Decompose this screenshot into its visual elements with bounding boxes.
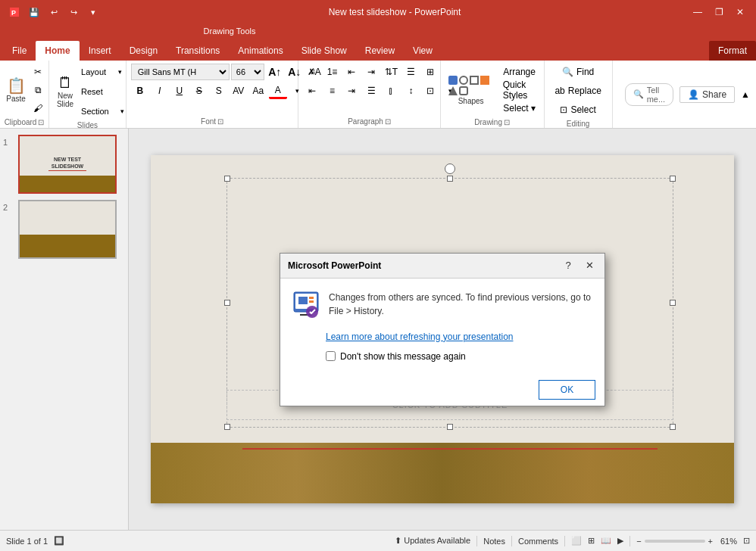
shadow-button[interactable]: S bbox=[210, 82, 228, 99]
bullets-button[interactable]: ≡ bbox=[303, 64, 321, 80]
slide-thumb-2[interactable]: 2 bbox=[3, 200, 125, 259]
select-button[interactable]: Select ▾ bbox=[500, 100, 539, 117]
align-right-button[interactable]: ⇥ bbox=[342, 82, 361, 99]
font-size-select[interactable]: 66 bbox=[231, 64, 264, 80]
drawing-tools-bar: Drawing Tools bbox=[0, 24, 756, 38]
indent-decrease-button[interactable]: ⇤ bbox=[342, 64, 361, 80]
updates-icon: ⬆ bbox=[395, 536, 401, 545]
zoom-out-button[interactable]: − bbox=[636, 537, 641, 546]
redo-button[interactable]: ↪ bbox=[65, 4, 82, 20]
tab-view[interactable]: View bbox=[404, 41, 442, 61]
clipboard-expand-icon[interactable]: ⊡ bbox=[38, 118, 44, 126]
italic-button[interactable]: I bbox=[151, 82, 169, 99]
dialog-checkbox-label[interactable]: Don't show this message again bbox=[340, 351, 466, 362]
font-family-select[interactable]: Gill Sans MT (H bbox=[131, 64, 230, 80]
smartart-button[interactable]: ⊞ bbox=[421, 64, 439, 80]
dialog-close-button[interactable]: ✕ bbox=[582, 258, 597, 273]
view-slideshow-icon[interactable]: ▶ bbox=[617, 536, 623, 546]
tab-animations[interactable]: Animations bbox=[229, 41, 292, 61]
textcase-button[interactable]: Aa bbox=[249, 82, 267, 99]
replace-icon: ab bbox=[555, 86, 564, 96]
cut-button[interactable]: ✂ bbox=[29, 64, 47, 80]
convert-button[interactable]: ☰ bbox=[401, 64, 420, 80]
select-editing-button[interactable]: ⊡ Select bbox=[557, 101, 598, 118]
find-button[interactable]: 🔍 Find bbox=[559, 64, 597, 80]
bold-button[interactable]: B bbox=[131, 82, 149, 99]
dialog-help-button[interactable]: ? bbox=[561, 258, 576, 273]
replace-button[interactable]: ab Replace bbox=[551, 82, 604, 99]
tab-format[interactable]: Format bbox=[709, 41, 756, 61]
arrange-button[interactable]: Arrange bbox=[500, 64, 539, 80]
minimize-button[interactable]: — bbox=[688, 5, 708, 20]
para-row2: ⇤ ≡ ⇥ ☰ ⫿ ↕ ⊡ ▾ bbox=[303, 82, 459, 99]
text-direction-button[interactable]: ⇅T bbox=[382, 64, 400, 80]
indent-increase-button[interactable]: ⇥ bbox=[362, 64, 380, 80]
customize-button[interactable]: ▾ bbox=[85, 4, 102, 20]
share-button[interactable]: 👤 Share bbox=[679, 86, 735, 103]
layout-button[interactable]: Layout bbox=[78, 64, 109, 80]
dialog-sync-icon bbox=[292, 291, 320, 324]
strikethrough-button[interactable]: S bbox=[190, 82, 208, 99]
notes-button[interactable]: Notes bbox=[483, 537, 505, 546]
tab-slideshow[interactable]: Slide Show bbox=[292, 41, 356, 61]
reset-button[interactable]: Reset bbox=[78, 83, 106, 100]
section-button[interactable]: Section bbox=[78, 103, 112, 120]
fit-window-button[interactable]: ⊡ bbox=[743, 536, 750, 546]
window-controls: — ❐ ✕ bbox=[688, 5, 750, 20]
linespace-button[interactable]: ↕ bbox=[401, 82, 420, 99]
dialog-checkbox[interactable] bbox=[326, 351, 336, 361]
restore-button[interactable]: ❐ bbox=[709, 5, 729, 20]
dialog-learn-more-link[interactable]: Learn more about refreshing your present… bbox=[326, 332, 592, 342]
dialog-title: Microsoft PowerPoint bbox=[288, 260, 381, 271]
tab-transitions[interactable]: Transitions bbox=[167, 41, 229, 61]
paragraph-expand-icon[interactable]: ⊡ bbox=[385, 117, 391, 126]
paste-button[interactable]: 📋 Paste bbox=[5, 76, 27, 105]
align-left-button[interactable]: ⇤ bbox=[303, 82, 321, 99]
align-center-button[interactable]: ≡ bbox=[323, 82, 341, 99]
zoom-level[interactable]: 61% bbox=[716, 537, 737, 546]
undo-button[interactable]: ↩ bbox=[45, 4, 62, 20]
slide-thumb-1[interactable]: 1 NEW TESTSLIDESHOW bbox=[3, 135, 125, 194]
comments-button[interactable]: Comments bbox=[518, 537, 558, 546]
tab-design[interactable]: Design bbox=[120, 41, 167, 61]
view-reading-icon[interactable]: 📖 bbox=[601, 536, 611, 546]
textbox-button[interactable]: ⊡ bbox=[421, 82, 439, 99]
numbering-button[interactable]: 1≡ bbox=[323, 64, 341, 80]
dialog-ok-button[interactable]: OK bbox=[539, 380, 595, 400]
updates-indicator[interactable]: ⬆ Updates Available bbox=[395, 536, 470, 546]
columns-button[interactable]: ⫿ bbox=[382, 82, 400, 99]
underline-button[interactable]: U bbox=[170, 82, 189, 99]
view-slide-sorter-icon[interactable]: ⊞ bbox=[588, 536, 595, 546]
ribbon-collapse-button[interactable]: ▲ bbox=[741, 89, 750, 100]
justify-button[interactable]: ☰ bbox=[362, 82, 380, 99]
format-painter-button[interactable]: 🖌 bbox=[29, 100, 47, 117]
drawing-expand-icon[interactable]: ⊡ bbox=[504, 118, 510, 126]
font-expand-icon[interactable]: ⊡ bbox=[217, 117, 223, 126]
dialog-footer: OK bbox=[280, 374, 604, 406]
view-normal-icon[interactable]: ⬜ bbox=[571, 536, 582, 546]
copy-button[interactable]: ⧉ bbox=[29, 82, 47, 98]
status-sep-1 bbox=[476, 536, 477, 546]
tab-review[interactable]: Review bbox=[356, 41, 404, 61]
tab-home[interactable]: Home bbox=[36, 41, 79, 61]
charspacing-button[interactable]: AV bbox=[230, 82, 248, 99]
tab-insert[interactable]: Insert bbox=[80, 41, 120, 61]
zoom-slider[interactable] bbox=[645, 540, 705, 543]
new-slide-button[interactable]: 🗒 New Slide bbox=[54, 73, 77, 111]
dialog-checkbox-row: Don't show this message again bbox=[326, 351, 592, 362]
svg-text:P: P bbox=[11, 9, 16, 17]
accessibility-icon[interactable]: 🔲 bbox=[54, 536, 64, 546]
increase-font-button[interactable]: A↑ bbox=[266, 64, 284, 80]
fontcolor-button[interactable]: A bbox=[269, 82, 287, 99]
save-button[interactable]: 💾 bbox=[26, 4, 42, 20]
tab-file[interactable]: File bbox=[3, 41, 36, 61]
svg-rect-5 bbox=[309, 297, 314, 299]
close-button[interactable]: ✕ bbox=[730, 5, 750, 20]
ribbon-right: 🔍 Tell me... 👤 Share ▲ bbox=[613, 61, 756, 128]
quick-styles-button[interactable]: Quick Styles bbox=[500, 82, 539, 98]
shapes-button[interactable]: Shapes bbox=[445, 74, 497, 107]
font-content: Gill Sans MT (H 66 A↑ A↓ ✗A B I U S S AV… bbox=[131, 64, 294, 116]
slide2-preview bbox=[20, 201, 115, 257]
tell-me-input[interactable]: 🔍 Tell me... bbox=[625, 83, 673, 106]
zoom-in-button[interactable]: + bbox=[708, 537, 713, 546]
